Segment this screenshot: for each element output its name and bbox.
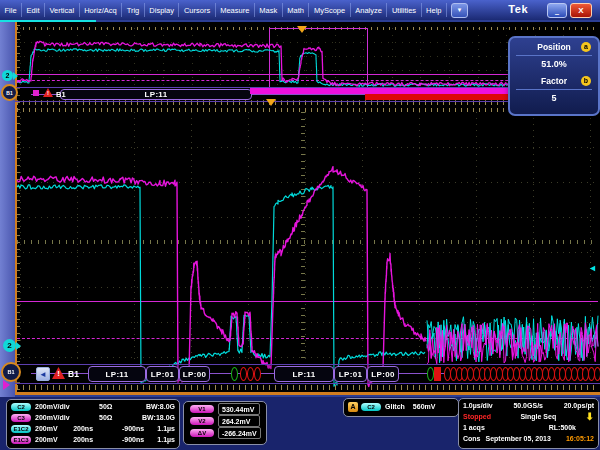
grid-line bbox=[106, 28, 107, 86]
position-value[interactable]: 51.0% bbox=[510, 56, 598, 72]
channel-cell: 200mV bbox=[35, 425, 73, 432]
menu-more-button[interactable]: ▼ bbox=[451, 3, 468, 18]
menu-vertical[interactable]: Vertical bbox=[45, 3, 80, 17]
channel-badge[interactable]: E1C2 bbox=[11, 425, 31, 433]
grid-line bbox=[134, 28, 135, 86]
grid-line bbox=[533, 112, 534, 362]
menu-mask[interactable]: Mask bbox=[255, 3, 283, 17]
menu-measure[interactable]: Measure bbox=[216, 3, 255, 17]
grid-line bbox=[17, 322, 598, 323]
sample-rate: 50.0GS/s bbox=[513, 402, 543, 409]
grid-line bbox=[476, 112, 477, 362]
bus-segment: LP:11 bbox=[60, 89, 252, 100]
acq-state: Stopped bbox=[463, 413, 491, 420]
channel-cell: 200ns bbox=[73, 425, 106, 432]
grid-line bbox=[478, 28, 479, 86]
menu-myscope[interactable]: MyScope bbox=[309, 3, 350, 17]
menu-trig[interactable]: Trig bbox=[122, 3, 145, 17]
factor-row: Factor b bbox=[510, 72, 598, 89]
bus-event-glyph bbox=[594, 367, 600, 381]
acq-count: 1 acqs bbox=[463, 424, 485, 431]
grid-line bbox=[77, 112, 78, 362]
channel-readout-panel: C2200mV/div50ΩBW:8.0GC3200mV/div50ΩBW:18… bbox=[6, 399, 180, 449]
menu-cursors[interactable]: Cursors bbox=[179, 3, 215, 17]
channel-cell: 200mV bbox=[35, 436, 73, 443]
bus-expand-icon[interactable]: ◄ bbox=[36, 367, 50, 381]
bus-b1-badge-overview[interactable]: B1 bbox=[1, 84, 18, 101]
knob-b-icon[interactable]: b bbox=[581, 76, 591, 86]
channel3-marker[interactable] bbox=[3, 380, 10, 390]
grid-line bbox=[17, 147, 598, 148]
grid-line bbox=[590, 112, 591, 362]
bus-b1-badge-main[interactable]: B1 bbox=[1, 362, 21, 382]
menu-edit[interactable]: Edit bbox=[22, 3, 45, 17]
grid-line bbox=[305, 112, 306, 362]
position-row: Position a bbox=[510, 38, 598, 55]
cursor-line-v1[interactable] bbox=[17, 301, 598, 302]
grid-line bbox=[17, 240, 598, 244]
top-cyan-line bbox=[0, 20, 96, 22]
down-arrow-icon[interactable]: ⬇ bbox=[586, 413, 594, 421]
close-button[interactable]: X bbox=[570, 3, 592, 18]
grid-line bbox=[77, 28, 78, 86]
grid-line bbox=[134, 112, 135, 362]
channel-cell: 1.1µs bbox=[144, 436, 175, 443]
grid-line bbox=[420, 28, 421, 86]
bus-event-glyph bbox=[240, 367, 247, 381]
grid-line bbox=[17, 252, 598, 253]
trigger-type: Glitch bbox=[385, 403, 405, 410]
bus-event-glyph bbox=[254, 367, 261, 381]
cursor-badge: ΔV bbox=[190, 429, 214, 437]
grid-line bbox=[192, 28, 193, 86]
grid-line bbox=[163, 28, 164, 86]
cursor-row: V2264.2mV bbox=[186, 415, 264, 427]
bus-event-glyph bbox=[231, 367, 238, 381]
zoom-controls-panel: Position a 51.0% Factor b 5 bbox=[508, 36, 600, 116]
menu-utilities[interactable]: Utilities bbox=[387, 3, 421, 17]
grid-line bbox=[248, 112, 249, 362]
oscilloscope-screen: FileEditVerticalHoriz/AcqTrigDisplayCurs… bbox=[0, 0, 600, 450]
bus-marker-icon bbox=[33, 90, 39, 96]
channel-badge[interactable]: C3 bbox=[11, 414, 31, 422]
channel-cell: -900ns bbox=[106, 425, 144, 432]
bus-event-glyph bbox=[434, 367, 441, 381]
grid-line bbox=[17, 217, 598, 218]
channel-cell: 200ns bbox=[73, 436, 106, 443]
record-length: RL:500k bbox=[549, 424, 576, 431]
grid-line bbox=[419, 112, 420, 362]
main-right-marker-icon[interactable]: ◄ bbox=[588, 264, 597, 272]
menu-help[interactable]: Help bbox=[422, 3, 447, 17]
channel2-marker[interactable]: 2 bbox=[3, 339, 16, 352]
channel-badge[interactable]: E1C3 bbox=[11, 436, 31, 444]
cursor-badge: V2 bbox=[190, 417, 214, 425]
time: 16:05:12 bbox=[566, 435, 594, 442]
channel-row: E1C3200mV200ns-900ns1.1µs bbox=[7, 434, 179, 445]
menu-file[interactable]: File bbox=[0, 3, 22, 17]
grid-line bbox=[220, 28, 221, 86]
channel-row: C2200mV/div50ΩBW:8.0G bbox=[7, 401, 179, 412]
menu-display[interactable]: Display bbox=[145, 3, 180, 17]
zoom-position-marker[interactable] bbox=[266, 99, 276, 106]
factor-value[interactable]: 5 bbox=[510, 90, 598, 106]
menu-analyze[interactable]: Analyze bbox=[351, 3, 388, 17]
minimize-button[interactable]: – bbox=[547, 3, 567, 18]
bus-event-glyph bbox=[247, 367, 254, 381]
cursor-value: 264.2mV bbox=[218, 415, 260, 427]
channel2-marker-overview[interactable]: 2 bbox=[2, 70, 13, 81]
grid-line bbox=[392, 28, 393, 86]
bus-bar-main: ◄ ! B1 LP:11LP:01LP:00LP:11LP:01LP:00 bbox=[15, 364, 600, 384]
menu-horizacq[interactable]: Horiz/Acq bbox=[80, 3, 123, 17]
trigger-position-marker[interactable] bbox=[297, 26, 307, 33]
knob-a-icon[interactable]: a bbox=[581, 42, 591, 52]
bus-name-label: B1 bbox=[56, 90, 66, 99]
grid-line bbox=[17, 182, 598, 183]
date: September 05, 2013 bbox=[486, 435, 551, 442]
channel-badge[interactable]: C2 bbox=[11, 403, 31, 411]
channel-cell: -900ns bbox=[106, 436, 144, 443]
bus-event-glyph bbox=[427, 367, 434, 381]
cursor-line-v2[interactable] bbox=[17, 338, 598, 339]
menu-math[interactable]: Math bbox=[283, 3, 310, 17]
grid-line bbox=[20, 28, 21, 86]
trigger-readout-panel: A C2 Glitch 560mV bbox=[343, 398, 459, 417]
timebase: 1.0µs/div bbox=[463, 402, 493, 409]
